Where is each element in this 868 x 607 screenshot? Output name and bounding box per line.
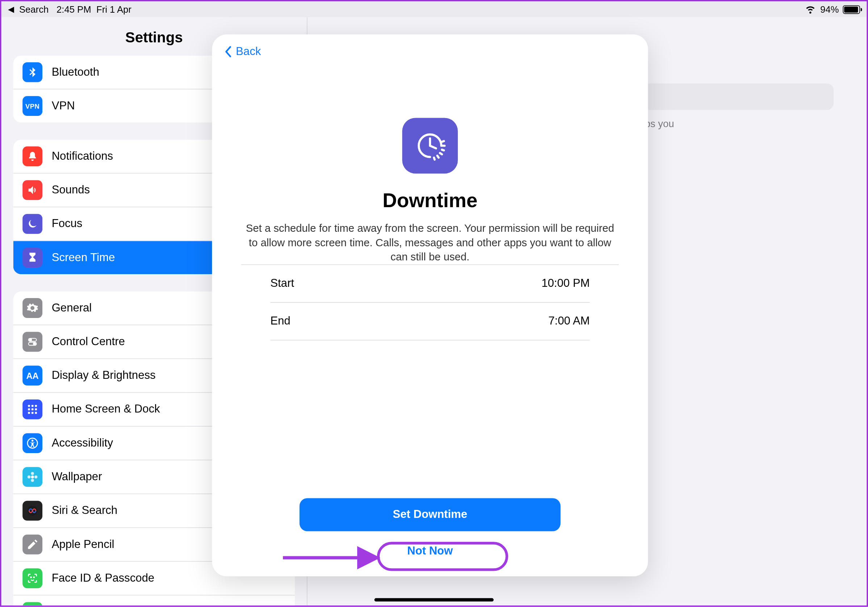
status-time: 2:45 PM	[56, 4, 91, 14]
sidebar-item-label: Notifications	[52, 150, 113, 163]
svg-rect-5	[31, 405, 33, 407]
modal-title: Downtime	[383, 189, 477, 212]
vpn-text-icon: VPN	[22, 96, 42, 116]
sidebar-item-label: Display & Brightness	[52, 369, 156, 382]
svg-rect-4	[28, 405, 30, 407]
modal-back-button[interactable]: Back	[212, 34, 648, 62]
status-date: Fri 1 Apr	[96, 4, 132, 14]
downtime-modal: Back Downtime Set a schedule for time aw…	[212, 34, 648, 576]
back-caret-icon[interactable]: ◀	[8, 5, 14, 14]
svg-point-21	[30, 577, 31, 578]
sidebar-item-label: Siri & Search	[52, 504, 117, 517]
grid-icon	[22, 400, 42, 420]
bell-icon	[22, 146, 42, 166]
svg-rect-8	[31, 409, 33, 410]
sidebar-item-label: Bluetooth	[52, 65, 99, 79]
svg-line-31	[440, 153, 442, 154]
svg-rect-9	[35, 409, 37, 410]
set-downtime-button[interactable]: Set Downtime	[299, 498, 561, 531]
sidebar-item-label: Sounds	[52, 184, 90, 197]
svg-point-17	[31, 479, 34, 482]
downtime-hero-icon	[402, 118, 458, 174]
svg-point-19	[34, 475, 37, 478]
sidebar-item-label: Control Centre	[52, 335, 125, 348]
gear-icon	[22, 298, 42, 318]
bluetooth-icon	[22, 62, 42, 82]
sidebar-item-label: Screen Time	[52, 251, 115, 265]
moon-icon	[22, 214, 42, 234]
svg-point-14	[31, 440, 33, 441]
svg-line-27	[430, 146, 436, 148]
schedule-start-value: 10:00 PM	[542, 277, 590, 290]
schedule-start-row[interactable]: Start 10:00 PM	[270, 265, 590, 302]
svg-point-15	[31, 475, 34, 478]
schedule-start-label: Start	[270, 277, 294, 290]
accessibility-icon	[22, 433, 42, 453]
set-downtime-label: Set Downtime	[393, 508, 467, 522]
sidebar-item-label: Accessibility	[52, 437, 113, 450]
faceid-icon	[22, 568, 42, 588]
back-app-label[interactable]: Search	[19, 4, 48, 14]
svg-line-32	[437, 156, 439, 158]
svg-rect-12	[35, 412, 37, 413]
siri-icon	[22, 501, 42, 521]
switches-icon	[22, 332, 42, 352]
modal-back-label: Back	[236, 45, 261, 58]
svg-line-30	[442, 150, 444, 150]
sidebar-item-label: VPN	[52, 99, 75, 113]
home-indicator[interactable]	[374, 598, 493, 602]
flower-icon	[22, 467, 42, 487]
aA-icon: AA	[22, 366, 42, 386]
modal-description: Set a schedule for time away from the sc…	[241, 221, 619, 264]
schedule-end-row[interactable]: End 7:00 AM	[270, 302, 590, 340]
sidebar-item-label: Focus	[52, 217, 82, 231]
wifi-icon	[804, 2, 816, 16]
svg-point-22	[34, 577, 34, 578]
svg-point-18	[28, 475, 30, 478]
sidebar-item-label: Wallpaper	[52, 471, 102, 484]
status-bar: ◀ Search 2:45 PM Fri 1 Apr 94%	[2, 2, 867, 17]
svg-point-16	[31, 472, 34, 475]
svg-rect-10	[28, 412, 30, 413]
not-now-button[interactable]: Not Now	[389, 539, 472, 563]
svg-line-28	[442, 141, 444, 142]
hourglass-icon	[22, 248, 42, 268]
battery-percent: 94%	[820, 4, 839, 14]
schedule-end-value: 7:00 AM	[549, 314, 590, 328]
svg-rect-11	[31, 412, 33, 413]
battery-icon	[843, 5, 860, 14]
speaker-icon	[22, 180, 42, 200]
schedule-end-label: End	[270, 314, 290, 328]
sidebar-item-battery[interactable]: Battery	[13, 595, 295, 605]
not-now-label: Not Now	[407, 544, 453, 557]
pencil-icon	[22, 534, 42, 554]
battery-icon	[22, 602, 42, 605]
sidebar-item-label: General	[52, 301, 92, 315]
sidebar-item-label: Face ID & Passcode	[52, 571, 154, 585]
sidebar-item-label: Home Screen & Dock	[52, 403, 160, 416]
svg-rect-6	[35, 405, 37, 407]
sidebar-item-label: Apple Pencil	[52, 538, 115, 551]
svg-line-33	[434, 158, 435, 159]
svg-rect-7	[28, 409, 30, 410]
